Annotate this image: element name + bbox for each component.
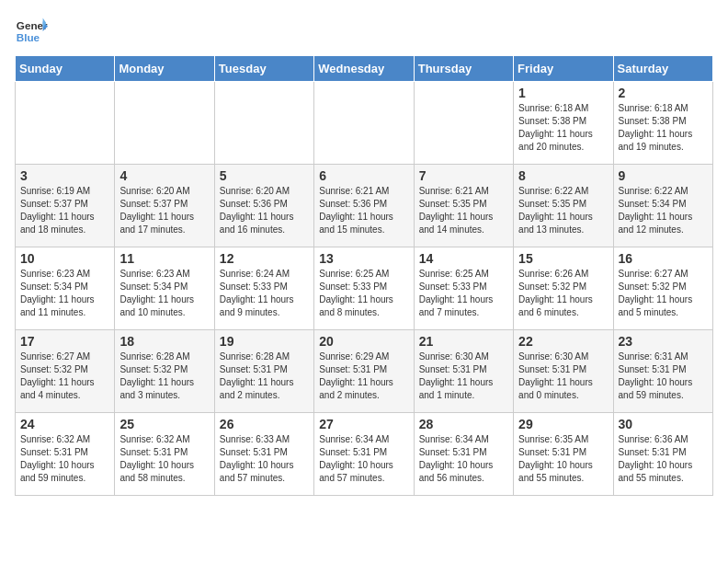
day-cell: 18Sunrise: 6:28 AM Sunset: 5:32 PM Dayli… [115,330,214,413]
day-cell: 12Sunrise: 6:24 AM Sunset: 5:33 PM Dayli… [214,247,313,330]
day-number: 25 [119,417,209,431]
day-cell: 10Sunrise: 6:23 AM Sunset: 5:34 PM Dayli… [16,247,115,330]
day-cell: 3Sunrise: 6:19 AM Sunset: 5:37 PM Daylig… [16,165,115,247]
day-info: Sunrise: 6:18 AM Sunset: 5:38 PM Dayligh… [518,102,608,154]
day-number: 28 [419,417,508,431]
day-number: 1 [518,86,608,100]
day-number: 3 [20,168,109,183]
day-cell: 24Sunrise: 6:32 AM Sunset: 5:31 PM Dayli… [16,413,115,496]
header-row: SundayMondayTuesdayWednesdayThursdayFrid… [16,56,713,82]
week-row-5: 24Sunrise: 6:32 AM Sunset: 5:31 PM Dayli… [16,413,713,496]
day-number: 21 [419,334,508,349]
day-info: Sunrise: 6:21 AM Sunset: 5:35 PM Dayligh… [419,185,508,236]
day-info: Sunrise: 6:30 AM Sunset: 5:31 PM Dayligh… [518,350,608,402]
day-cell: 27Sunrise: 6:34 AM Sunset: 5:31 PM Dayli… [314,413,414,496]
day-number: 27 [319,417,408,431]
day-cell: 8Sunrise: 6:22 AM Sunset: 5:35 PM Daylig… [514,165,613,247]
day-info: Sunrise: 6:32 AM Sunset: 5:31 PM Dayligh… [119,433,209,485]
day-info: Sunrise: 6:23 AM Sunset: 5:34 PM Dayligh… [20,268,109,319]
day-info: Sunrise: 6:34 AM Sunset: 5:31 PM Dayligh… [319,433,408,485]
header-cell-thursday: Thursday [414,56,513,82]
header-cell-tuesday: Tuesday [214,56,313,82]
day-info: Sunrise: 6:24 AM Sunset: 5:33 PM Dayligh… [220,268,309,319]
header-cell-friday: Friday [514,56,613,82]
day-cell: 28Sunrise: 6:34 AM Sunset: 5:31 PM Dayli… [414,413,513,496]
day-cell: 5Sunrise: 6:20 AM Sunset: 5:36 PM Daylig… [214,165,313,247]
day-info: Sunrise: 6:20 AM Sunset: 5:37 PM Dayligh… [119,185,209,236]
day-cell: 30Sunrise: 6:36 AM Sunset: 5:31 PM Dayli… [613,413,712,496]
day-number: 9 [619,168,708,183]
week-row-3: 10Sunrise: 6:23 AM Sunset: 5:34 PM Dayli… [16,247,713,330]
day-number: 18 [119,334,209,349]
day-info: Sunrise: 6:21 AM Sunset: 5:36 PM Dayligh… [319,185,408,236]
week-row-2: 3Sunrise: 6:19 AM Sunset: 5:37 PM Daylig… [16,165,713,247]
day-number: 12 [220,251,309,266]
day-info: Sunrise: 6:20 AM Sunset: 5:36 PM Dayligh… [220,185,309,236]
day-number: 7 [419,168,508,183]
day-info: Sunrise: 6:31 AM Sunset: 5:31 PM Dayligh… [619,350,708,402]
day-info: Sunrise: 6:36 AM Sunset: 5:31 PM Dayligh… [619,433,708,485]
week-row-4: 17Sunrise: 6:27 AM Sunset: 5:32 PM Dayli… [16,330,713,413]
week-row-1: 1Sunrise: 6:18 AM Sunset: 5:38 PM Daylig… [16,82,713,165]
day-info: Sunrise: 6:23 AM Sunset: 5:34 PM Dayligh… [119,268,209,319]
day-cell: 1Sunrise: 6:18 AM Sunset: 5:38 PM Daylig… [514,82,613,165]
day-cell: 2Sunrise: 6:18 AM Sunset: 5:38 PM Daylig… [613,82,712,165]
day-cell: 17Sunrise: 6:27 AM Sunset: 5:32 PM Dayli… [16,330,115,413]
day-number: 4 [119,168,209,183]
header-cell-monday: Monday [115,56,214,82]
day-info: Sunrise: 6:26 AM Sunset: 5:32 PM Dayligh… [518,268,608,319]
day-cell: 14Sunrise: 6:25 AM Sunset: 5:33 PM Dayli… [414,247,513,330]
calendar-table: SundayMondayTuesdayWednesdayThursdayFrid… [15,55,713,496]
day-info: Sunrise: 6:25 AM Sunset: 5:33 PM Dayligh… [319,268,408,319]
day-info: Sunrise: 6:18 AM Sunset: 5:38 PM Dayligh… [619,102,708,154]
day-cell: 4Sunrise: 6:20 AM Sunset: 5:37 PM Daylig… [115,165,214,247]
day-info: Sunrise: 6:30 AM Sunset: 5:31 PM Dayligh… [419,350,508,402]
day-info: Sunrise: 6:22 AM Sunset: 5:34 PM Dayligh… [619,185,708,236]
day-number: 23 [619,334,708,349]
day-number: 10 [20,251,109,266]
day-number: 11 [119,251,209,266]
day-cell: 26Sunrise: 6:33 AM Sunset: 5:31 PM Dayli… [214,413,313,496]
day-cell: 25Sunrise: 6:32 AM Sunset: 5:31 PM Dayli… [115,413,214,496]
day-number: 17 [20,334,109,349]
day-info: Sunrise: 6:27 AM Sunset: 5:32 PM Dayligh… [20,350,109,402]
day-number: 24 [20,417,109,431]
day-number: 15 [518,251,608,266]
day-number: 6 [319,168,408,183]
header-cell-sunday: Sunday [16,56,115,82]
day-number: 22 [518,334,608,349]
day-number: 14 [419,251,508,266]
day-cell: 11Sunrise: 6:23 AM Sunset: 5:34 PM Dayli… [115,247,214,330]
day-cell [414,82,513,165]
day-info: Sunrise: 6:33 AM Sunset: 5:31 PM Dayligh… [220,433,309,485]
day-cell: 6Sunrise: 6:21 AM Sunset: 5:36 PM Daylig… [314,165,414,247]
day-info: Sunrise: 6:28 AM Sunset: 5:31 PM Dayligh… [220,350,309,402]
day-cell: 23Sunrise: 6:31 AM Sunset: 5:31 PM Dayli… [613,330,712,413]
day-cell [214,82,313,165]
day-cell [314,82,414,165]
day-number: 20 [319,334,408,349]
day-number: 16 [619,251,708,266]
day-number: 29 [518,417,608,431]
day-cell: 9Sunrise: 6:22 AM Sunset: 5:34 PM Daylig… [613,165,712,247]
logo: General Blue [15,15,48,48]
day-cell: 13Sunrise: 6:25 AM Sunset: 5:33 PM Dayli… [314,247,414,330]
day-cell: 15Sunrise: 6:26 AM Sunset: 5:32 PM Dayli… [514,247,613,330]
day-number: 19 [220,334,309,349]
day-info: Sunrise: 6:35 AM Sunset: 5:31 PM Dayligh… [518,433,608,485]
day-cell: 20Sunrise: 6:29 AM Sunset: 5:31 PM Dayli… [314,330,414,413]
day-cell: 21Sunrise: 6:30 AM Sunset: 5:31 PM Dayli… [414,330,513,413]
logo-icon: General Blue [15,15,48,48]
day-number: 30 [619,417,708,431]
header: General Blue [15,15,713,48]
day-cell: 22Sunrise: 6:30 AM Sunset: 5:31 PM Dayli… [514,330,613,413]
day-info: Sunrise: 6:27 AM Sunset: 5:32 PM Dayligh… [619,268,708,319]
day-number: 2 [619,86,708,100]
day-info: Sunrise: 6:29 AM Sunset: 5:31 PM Dayligh… [319,350,408,402]
svg-text:Blue: Blue [17,31,40,43]
day-info: Sunrise: 6:28 AM Sunset: 5:32 PM Dayligh… [119,350,209,402]
day-cell [115,82,214,165]
day-number: 5 [220,168,309,183]
day-cell: 29Sunrise: 6:35 AM Sunset: 5:31 PM Dayli… [514,413,613,496]
day-cell: 7Sunrise: 6:21 AM Sunset: 5:35 PM Daylig… [414,165,513,247]
